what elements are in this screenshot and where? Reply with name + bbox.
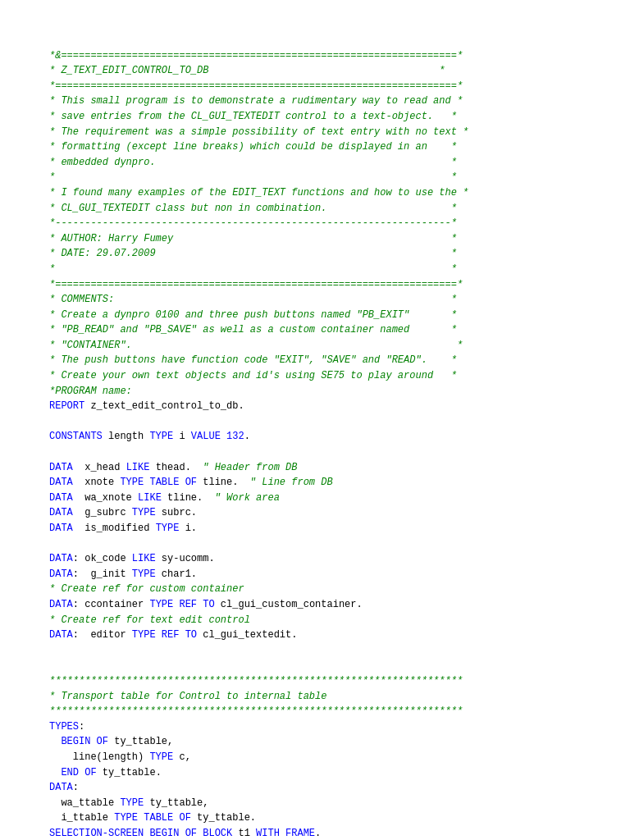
line-report: REPORT z_text_edit_control_to_db. <box>49 400 244 412</box>
line-comment: * Transport table for Control to interna… <box>49 691 326 702</box>
line-data6: DATA: ok_code LIKE sy-ucomm. <box>49 553 215 564</box>
line-comment: * I found many examples of the EDIT_TEXT… <box>49 187 468 199</box>
line-comment: * embedded dynpro. * <box>49 157 457 168</box>
line-comment: * "CONTAINER". * <box>49 340 463 351</box>
line-comment: * COMMENTS: * <box>49 294 457 305</box>
line-comment: ****************************************… <box>49 675 463 687</box>
line-comment: *PROGRAM name: <box>49 386 132 397</box>
line-constants: CONSTANTS length TYPE i VALUE 132. <box>49 431 250 442</box>
line-comment: * The requirement was a simple possibili… <box>49 126 468 138</box>
line-types1: TYPES: <box>49 721 84 733</box>
line-types3: line(length) TYPE c, <box>49 751 191 763</box>
line-data3: DATA wa_xnote LIKE tline. " Work area <box>49 492 280 504</box>
line-types2: BEGIN OF ty_ttable, <box>49 736 173 747</box>
line-comment: * AUTHOR: Harry Fumey * <box>49 233 457 244</box>
line-comment: *=======================================… <box>49 80 463 92</box>
line-comment: * * <box>49 171 457 183</box>
line-data12: i_ttable TYPE TABLE OF ty_ttable. <box>49 812 256 824</box>
line-comment: * CL_GUI_TEXTEDIT class but non in combi… <box>49 203 457 214</box>
line-comment: * This small program is to demonstrate a… <box>49 95 463 107</box>
line-data2: DATA xnote TYPE TABLE OF tline. " Line f… <box>49 477 333 488</box>
line-data8: DATA: ccontainer TYPE REF TO cl_gui_cust… <box>49 599 363 610</box>
line-comment: * save entries from the CL_GUI_TEXTEDIT … <box>49 111 457 122</box>
line-data11: wa_ttable TYPE ty_ttable, <box>49 797 208 809</box>
line-data5: DATA is_modified TYPE i. <box>49 523 197 534</box>
line-comment: *=======================================… <box>49 279 463 290</box>
line-comment: *&======================================… <box>49 50 463 62</box>
line-comment: * "PB_READ" and "PB_SAVE" as well as a c… <box>49 324 457 336</box>
line-comment: * * <box>49 263 457 275</box>
line-comment: * Create ref for text edit control <box>49 614 250 626</box>
line-comment: * Create your own text objects and id's … <box>49 370 457 381</box>
line-data4: DATA g_subrc TYPE subrc. <box>49 507 197 518</box>
line-comment: ****************************************… <box>49 705 463 717</box>
line-data10: DATA: <box>49 782 79 793</box>
line-comment: * Z_TEXT_EDIT_CONTROL_TO_DB * <box>49 65 445 76</box>
line-comment: * Create ref for custom container <box>49 583 244 595</box>
line-comment: * formatting (except line breaks) which … <box>49 141 457 153</box>
line-comment: * Create a dynpro 0100 and three push bu… <box>49 309 457 321</box>
line-data1: DATA x_head LIKE thead. " Header from DB <box>49 462 297 473</box>
line-comment: *---------------------------------------… <box>49 217 457 229</box>
code-editor: *&======================================… <box>0 0 630 840</box>
line-comment: * DATE: 29.07.2009 * <box>49 248 457 259</box>
line-selection: SELECTION-SCREEN BEGIN OF BLOCK t1 WITH … <box>49 828 321 839</box>
line-data9: DATA: editor TYPE REF TO cl_gui_textedit… <box>49 629 297 641</box>
line-comment: * The push buttons have function code "E… <box>49 354 457 366</box>
line-types4: END OF ty_ttable. <box>49 767 162 778</box>
line-data7: DATA: g_init TYPE char1. <box>49 568 197 580</box>
